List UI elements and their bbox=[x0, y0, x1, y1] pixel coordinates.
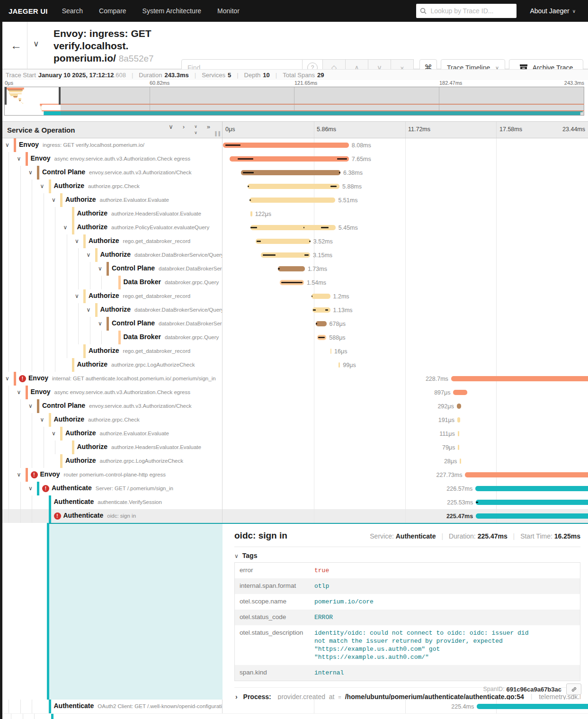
chevron-down-icon[interactable]: ∨ bbox=[28, 403, 33, 409]
chevron-down-icon[interactable]: ∨ bbox=[52, 430, 56, 437]
span-bar[interactable] bbox=[339, 362, 340, 368]
nav-item-search[interactable]: Search bbox=[62, 7, 83, 15]
span-timeline-cell[interactable]: 3.15ms bbox=[223, 248, 588, 262]
about-jaeger-menu[interactable]: About Jaeger ∨ bbox=[530, 7, 576, 15]
span-name-cell[interactable]: Data Brokerdatabroker.grpc.Query bbox=[2, 331, 223, 344]
span-bar[interactable] bbox=[241, 170, 340, 175]
chevron-down-icon[interactable]: ∨ bbox=[5, 375, 9, 382]
span-row[interactable]: Authorizeauthorize.grpc.LogAuthorizeChec… bbox=[2, 358, 588, 372]
span-bar[interactable] bbox=[223, 143, 349, 148]
chevron-down-icon[interactable]: ∨ bbox=[5, 142, 9, 148]
tags-section-toggle[interactable]: ∨Tags bbox=[234, 552, 580, 559]
span-row[interactable]: ∨Authorizeauthorize.PolicyEvaluator.eval… bbox=[2, 221, 588, 234]
span-row[interactable]: AuthenticateOAuth2 Client: GET /.well-kn… bbox=[2, 700, 588, 713]
span-timeline-cell[interactable]: 191μs bbox=[223, 413, 588, 427]
span-timeline-cell[interactable]: 6.38ms bbox=[223, 166, 588, 180]
span-bar[interactable] bbox=[250, 211, 252, 216]
expand-one-icon[interactable]: › bbox=[183, 124, 185, 136]
collapse-one-icon[interactable]: ∨ bbox=[169, 124, 173, 136]
span-bar[interactable] bbox=[230, 156, 349, 162]
span-row[interactable]: ∨Authorizerego.get_databroker_record1.2m… bbox=[2, 289, 588, 303]
span-name-cell[interactable]: ∨Control Planeenvoy.service.auth.v3.Auth… bbox=[2, 399, 223, 413]
span-row[interactable]: ∨Authorizedatabroker.DataBrokerService/Q… bbox=[2, 303, 588, 317]
span-bar[interactable] bbox=[458, 431, 460, 436]
span-bar[interactable] bbox=[475, 486, 588, 491]
span-bar[interactable] bbox=[278, 266, 305, 271]
chevron-down-icon[interactable]: ∨ bbox=[87, 252, 91, 258]
span-timeline-cell[interactable]: 228.7ms bbox=[223, 372, 588, 386]
collapse-trace-chevron-icon[interactable]: ∨ bbox=[33, 39, 39, 49]
span-timeline-cell[interactable]: 1.13ms bbox=[223, 303, 588, 317]
span-timeline-cell[interactable]: 111μs bbox=[223, 427, 588, 440]
viewport-left-handle[interactable] bbox=[5, 87, 7, 105]
span-bar[interactable] bbox=[316, 321, 326, 326]
span-timeline-cell[interactable]: 5.51ms bbox=[223, 193, 588, 207]
span-bar[interactable] bbox=[256, 239, 311, 244]
span-bar[interactable] bbox=[465, 472, 588, 477]
span-row[interactable]: ∨!Envoyinternal: GET authenticate.localh… bbox=[2, 372, 588, 386]
tag-row[interactable]: otel.scope.namepomerium.io/core bbox=[235, 594, 580, 610]
span-row[interactable]: Authorizeauthorize.grpc.LogAuthorizeChec… bbox=[2, 454, 588, 468]
span-name-cell[interactable]: ∨Authorizeauthorize.Evaluator.Evaluate bbox=[2, 427, 223, 440]
span-row[interactable]: Authorizeauthorize.HeadersEvaluator.Eval… bbox=[2, 440, 588, 454]
span-bar[interactable] bbox=[250, 225, 335, 230]
span-name-cell[interactable]: ∨!AuthenticateServer: GET /.pomerium/sig… bbox=[2, 482, 223, 495]
chevron-down-icon[interactable]: ∨ bbox=[28, 485, 33, 492]
chevron-down-icon[interactable]: ∨ bbox=[40, 183, 45, 189]
span-row[interactable]: ∨Control Planeenvoy.service.auth.v3.Auth… bbox=[2, 166, 588, 180]
span-row[interactable]: ∨Authorizeauthorize.grpc.Check191μs bbox=[2, 413, 588, 427]
trace-id-searchbox[interactable] bbox=[416, 4, 517, 18]
span-name-cell[interactable]: ∨Control Planedatabroker.DataBrokerSer… bbox=[2, 317, 223, 331]
collapse-all-icon[interactable]: ∨∨ bbox=[194, 124, 197, 136]
span-row[interactable]: ∨Authorizeauthorize.Evaluator.Evaluate5.… bbox=[2, 193, 588, 207]
span-name-cell[interactable]: Data Brokerdatabroker.grpc.Query bbox=[2, 276, 223, 289]
nav-item-compare[interactable]: Compare bbox=[99, 7, 126, 15]
span-name-cell[interactable]: ∨Envoyasync envoy.service.auth.v3.Author… bbox=[2, 386, 223, 399]
span-timeline-cell[interactable]: 227.73ms bbox=[223, 468, 588, 482]
span-row[interactable]: ∨Envoyingress: GET verify.localhost.pome… bbox=[2, 138, 588, 152]
span-name-cell[interactable]: ∨Authorizerego.get_databroker_record bbox=[2, 289, 223, 303]
span-timeline-cell[interactable]: 7.65ms bbox=[223, 152, 588, 166]
span-bar[interactable] bbox=[312, 294, 330, 299]
span-name-cell[interactable]: Authenticateauthenticate.VerifySession bbox=[2, 495, 223, 509]
span-bar[interactable] bbox=[457, 417, 460, 422]
span-name-cell[interactable]: !Authenticateoidc: sign in bbox=[2, 509, 223, 523]
span-timeline-cell[interactable]: 3.52ms bbox=[223, 234, 588, 248]
trace-id-input[interactable] bbox=[429, 7, 513, 15]
span-timeline-cell[interactable]: 1.54ms bbox=[223, 276, 588, 289]
chevron-down-icon[interactable]: ∨ bbox=[75, 293, 79, 299]
span-row[interactable]: ∨!AuthenticateServer: GET /.pomerium/sig… bbox=[2, 482, 588, 495]
jaeger-logo[interactable]: JAEGER UI bbox=[9, 7, 48, 15]
tag-row[interactable]: errortrue bbox=[235, 563, 580, 578]
span-name-cell[interactable]: ∨Authorizeauthorize.PolicyEvaluator.eval… bbox=[2, 221, 223, 234]
span-name-cell[interactable]: ∨Authorizedatabroker.DataBrokerService/Q… bbox=[2, 303, 223, 317]
chevron-down-icon[interactable]: ∨ bbox=[98, 265, 102, 272]
span-bar[interactable] bbox=[451, 376, 588, 381]
span-row[interactable]: Data Brokerdatabroker.grpc.Query588μs bbox=[2, 331, 588, 344]
span-timeline-cell[interactable]: 292μs bbox=[223, 399, 588, 413]
span-name-cell[interactable]: AuthenticateOAuth2 Client: GET /.well-kn… bbox=[2, 700, 223, 713]
span-name-cell[interactable]: ∨Control Planeenvoy.service.auth.v3.Auth… bbox=[2, 166, 223, 180]
span-bar[interactable] bbox=[477, 704, 588, 709]
span-bar[interactable] bbox=[249, 198, 335, 203]
span-timeline-cell[interactable]: 28μs bbox=[223, 454, 588, 468]
span-name-cell[interactable]: ∨Authorizerego.get_databroker_record bbox=[2, 234, 223, 248]
chevron-down-icon[interactable]: ∨ bbox=[17, 471, 21, 478]
span-timeline-cell[interactable]: 225.4ms bbox=[223, 700, 588, 713]
span-name-cell[interactable]: ∨Authorizeauthorize.grpc.Check bbox=[2, 413, 223, 427]
span-bar[interactable] bbox=[457, 404, 462, 409]
chevron-down-icon[interactable]: ∨ bbox=[98, 320, 102, 327]
copy-link-button[interactable] bbox=[566, 683, 581, 695]
span-bar[interactable] bbox=[476, 513, 588, 519]
span-timeline-cell[interactable]: 5.45ms bbox=[223, 221, 588, 234]
span-timeline-cell[interactable]: 79μs bbox=[223, 440, 588, 454]
span-name-cell[interactable]: Authorizeauthorize.HeadersEvaluator.Eval… bbox=[2, 440, 223, 454]
span-name-cell[interactable]: Authorizeauthorize.grpc.LogAuthorizeChec… bbox=[2, 454, 223, 468]
span-timeline-cell[interactable]: 588μs bbox=[223, 331, 588, 344]
span-bar[interactable] bbox=[280, 280, 304, 285]
span-timeline-cell[interactable]: 1.2ms bbox=[223, 289, 588, 303]
span-timeline-cell[interactable]: 1.73ms bbox=[223, 262, 588, 276]
span-timeline-cell[interactable]: 225.53ms bbox=[223, 495, 588, 509]
span-timeline-cell[interactable]: 122μs bbox=[223, 207, 588, 221]
span-name-cell[interactable]: Authorizerego.get_databroker_record bbox=[2, 344, 223, 358]
